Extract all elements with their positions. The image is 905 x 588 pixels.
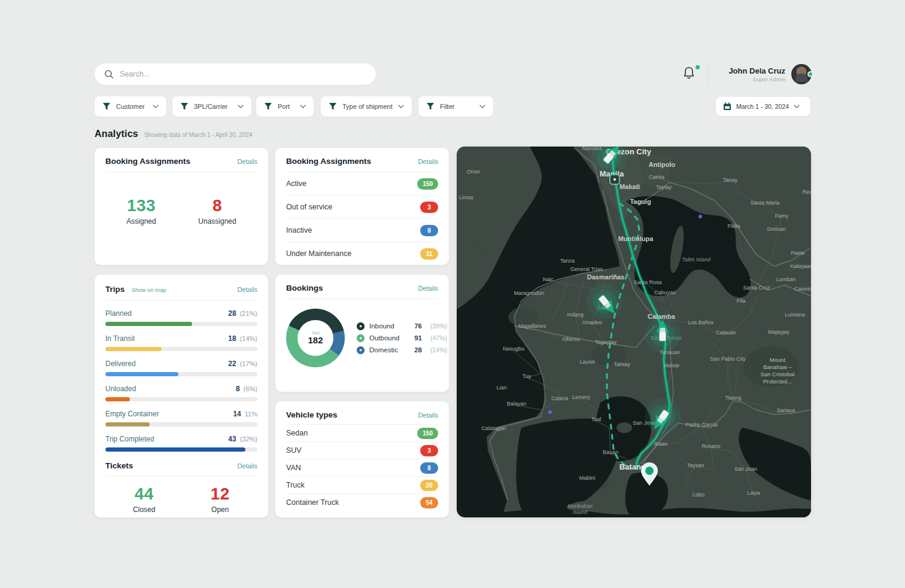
filter-type-of-shipment[interactable]: Type of shipment [321, 96, 412, 117]
trip-label: Unloaded [105, 385, 136, 393]
trip-label: Empty Container [105, 410, 159, 418]
stat: 44Closed [133, 485, 155, 514]
truck-icon [660, 331, 666, 341]
search-input[interactable] [120, 70, 366, 78]
list-item: Truck20 [286, 477, 438, 494]
trip-label: Planned [105, 309, 132, 318]
map-place-label: San Pablo City [710, 356, 746, 362]
map-place-label: Taysan [687, 462, 704, 468]
map-place-label: Mount [770, 357, 786, 363]
map-place-label: General Trias [570, 266, 603, 272]
trip-bar-fill [105, 347, 162, 351]
stat-label: Closed [133, 505, 155, 514]
dashboard: John Dela Cruz Super Admin Customer 3PL/… [0, 0, 905, 588]
map[interactable]: NavotasQuezon CityManilaMakatiTaguigMunt… [457, 147, 811, 517]
map-place-label: Lian [496, 385, 506, 391]
legend-item: Domestic28(14%) [357, 346, 447, 354]
donut-total-value: 182 [308, 335, 323, 345]
filter-3pl-carrier[interactable]: 3PL/Carrier [172, 96, 251, 117]
vehicle-types-list: Sedan150SUV3VAN8Truck20Container Truck54 [286, 425, 438, 511]
map-place-label: Mabini [579, 475, 596, 481]
vehicle-marker[interactable] [645, 398, 681, 434]
map-place-label: Taytay [656, 184, 672, 190]
show-on-map-link[interactable]: Show on map [132, 287, 166, 293]
map-place-label: Laurel [579, 359, 594, 365]
funnel-icon [329, 102, 337, 111]
details-link[interactable]: Details [237, 286, 257, 293]
map-place-label: Cabuyao [654, 290, 676, 295]
list-item-label: Container Truck [286, 498, 339, 507]
trip-percent: (21%) [238, 310, 257, 317]
filter-generic[interactable]: Filter [418, 96, 493, 117]
date-range-picker[interactable]: March 1 - 30, 2024 [716, 97, 810, 116]
card-booking-assignments-status: Booking Assignments Details Active150Out… [275, 148, 449, 265]
trip-row: Unloaded8 (6%) [105, 383, 257, 401]
filter-port[interactable]: Port [256, 96, 314, 117]
trip-value: 22 [228, 359, 236, 368]
funnel-icon [102, 102, 111, 111]
chevron-down-icon [153, 105, 159, 108]
details-link[interactable]: Details [418, 285, 438, 292]
trip-bar-track [105, 447, 257, 452]
filter-customer[interactable]: Customer [95, 96, 166, 117]
calendar-icon [723, 102, 731, 111]
vehicle-marker[interactable] [645, 317, 681, 353]
trip-values: 22 (17%) [228, 358, 257, 368]
search-bar[interactable] [95, 63, 376, 85]
booking-summary-stats: 133Assigned8Unassigned [105, 196, 257, 226]
details-link[interactable]: Details [237, 158, 257, 165]
avatar[interactable] [791, 64, 812, 84]
legend-percent: (47%) [430, 334, 447, 342]
search-icon [104, 69, 114, 79]
page-subtitle: Showing data of March 1 - April 30, 2024 [144, 132, 253, 138]
trip-bar-fill [105, 372, 178, 376]
chevron-down-icon [238, 105, 244, 108]
map-place-label: Talim Island [682, 257, 711, 263]
port-dot-marker[interactable] [699, 215, 702, 218]
trip-label: Trip Completed [105, 435, 154, 443]
list-item: Under Maintenance11 [286, 242, 438, 265]
port-dot-marker[interactable] [548, 410, 552, 414]
map-place-label: Protected... [763, 378, 792, 385]
details-link[interactable]: Details [418, 412, 438, 419]
user-profile[interactable]: John Dela Cruz Super Admin [716, 63, 812, 85]
count-badge: 150 [417, 178, 438, 190]
count-badge: 11 [420, 248, 438, 260]
card-booking-assignments-summary: Booking Assignments Details 133Assigned8… [95, 148, 268, 265]
map-place-label: Lemery [572, 394, 591, 400]
map-place-label: Paete [791, 250, 805, 256]
map-place-label: Calatagan [481, 425, 506, 431]
notification-bell[interactable] [682, 66, 700, 83]
list-item: Active150 [286, 172, 438, 196]
trip-value: 8 [236, 385, 240, 393]
notification-dot [696, 65, 700, 69]
map-place-label: Alfonso [562, 336, 580, 342]
map-place-label: San Juan [734, 466, 757, 472]
date-range-label: March 1 - 30, 2024 [736, 103, 789, 110]
card-title: Bookings [286, 284, 323, 293]
funnel-icon [180, 102, 189, 111]
details-link[interactable]: Details [418, 158, 438, 165]
trip-row-header: Empty Container14 11% [105, 408, 257, 419]
map-place-label: Santa Rosa [633, 279, 661, 285]
legend-dot [357, 334, 365, 342]
map-place-label: Bauan [603, 449, 618, 455]
trips-bar-list: Planned28 (21%)In Transit18 (14%)Deliver… [105, 307, 257, 452]
trip-value: 18 [228, 334, 236, 343]
count-badge: 3 [420, 202, 438, 213]
map-place-label: Amadeo [582, 319, 602, 325]
map-place-label: Talisay [614, 361, 630, 367]
stat: 133Assigned [126, 196, 156, 226]
vehicle-marker[interactable] [587, 284, 622, 319]
count-badge: 20 [420, 480, 438, 491]
legend-name: Domestic [369, 346, 406, 354]
map-place-label: Tanza [560, 258, 575, 264]
depot-marker[interactable] [610, 175, 619, 184]
trip-row-header: In Transit18 (14%) [105, 333, 257, 343]
trip-bar-track [105, 422, 257, 426]
card-title: Vehicle types [286, 410, 338, 419]
legend-dot [357, 322, 365, 330]
stat: 8Unassigned [198, 196, 236, 226]
count-badge: 3 [420, 445, 438, 456]
details-link[interactable]: Details [237, 462, 257, 470]
